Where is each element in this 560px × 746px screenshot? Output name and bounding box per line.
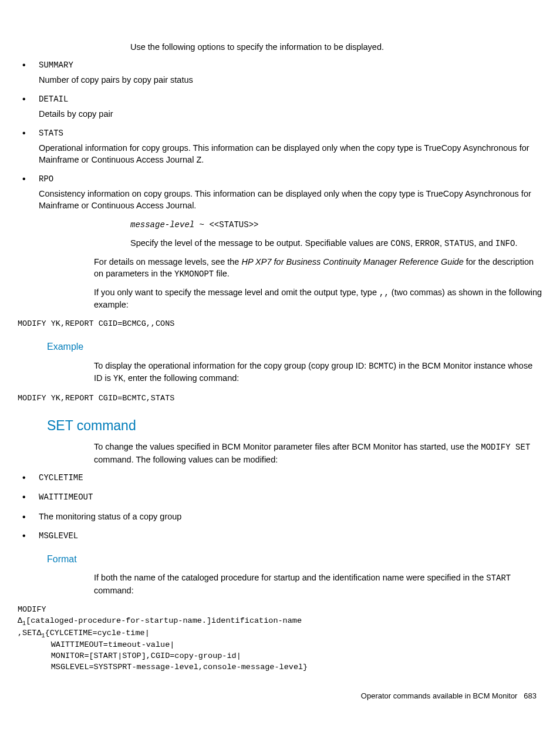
code-example-2: MODIFY YK,REPORT CGID=BCMTC,STATS: [18, 393, 542, 404]
list-item: RPO Consistency information on copy grou…: [18, 173, 542, 211]
options-list: SUMMARY Number of copy pairs by copy pai…: [18, 59, 542, 211]
format-heading: Format: [47, 553, 542, 566]
set-command-paragraph: To change the values specified in BCM Mo…: [94, 441, 542, 465]
option-desc: Number of copy pairs by copy pair status: [39, 74, 542, 86]
code-example-3: MODIFY Δ1[cataloged-procedure-for-startu…: [18, 605, 542, 673]
option-desc: Operational information for copy groups.…: [39, 142, 542, 166]
list-item: WAITTIMEOUT: [18, 491, 542, 504]
set-command-heading: SET command: [47, 416, 542, 435]
list-item: STATS Operational information for copy g…: [18, 127, 542, 166]
option-label: RPO: [39, 174, 53, 184]
list-item: CYCLETIME: [18, 471, 542, 484]
list-item: The monitoring status of a copy group: [18, 511, 542, 522]
option-label: SUMMARY: [39, 60, 73, 70]
list-item: SUMMARY Number of copy pairs by copy pai…: [18, 59, 542, 86]
list-item: MSGLEVEL: [18, 529, 542, 542]
intro-paragraph: Use the following options to specify the…: [130, 41, 542, 53]
format-paragraph: If both the name of the cataloged proced…: [94, 572, 542, 596]
message-level-signature: message-level ~ <<STATUS>>: [130, 218, 542, 231]
example-heading: Example: [47, 340, 542, 353]
option-label: STATS: [39, 129, 63, 138]
only-paragraph: If you only want to specify the message …: [94, 286, 542, 311]
message-level-desc: Specify the level of the message to be o…: [130, 237, 542, 250]
option-desc: Details by copy pair: [39, 108, 542, 120]
details-paragraph: For details on message levels, see the H…: [94, 256, 542, 281]
page-footer: Operator commands available in BCM Monit…: [18, 691, 542, 701]
example-paragraph: To display the operational information f…: [94, 360, 542, 385]
set-items-list: CYCLETIME WAITTIMEOUT The monitoring sta…: [18, 471, 542, 542]
option-label: DETAIL: [39, 94, 68, 104]
code-example-1: MODIFY YK,REPORT CGID=BCMCG,,CONS: [18, 319, 542, 330]
list-item: DETAIL Details by copy pair: [18, 93, 542, 120]
option-desc: Consistency information on copy groups. …: [39, 188, 542, 212]
